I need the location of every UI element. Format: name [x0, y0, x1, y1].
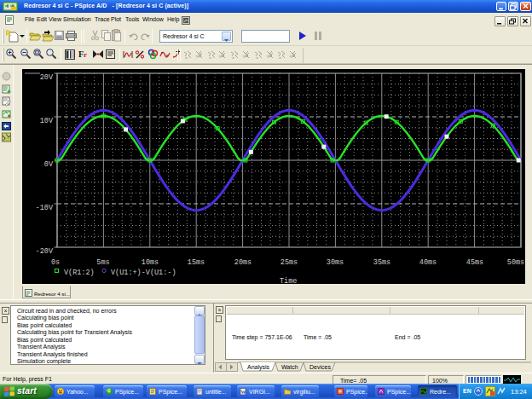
svg-text:25ms: 25ms — [280, 258, 298, 267]
svg-text:Time: Time — [280, 277, 297, 285]
svg-text:V(U1:+)-V(U1:-): V(U1:+)-V(U1:-) — [111, 269, 176, 277]
svg-text:50ms: 50ms — [507, 258, 524, 267]
svg-text:W: W — [241, 390, 246, 395]
svg-text:10V: 10V — [40, 117, 54, 125]
svg-text:15ms: 15ms — [188, 258, 205, 267]
svg-text:20V: 20V — [40, 73, 54, 82]
svg-text:V(R1:2): V(R1:2) — [64, 269, 95, 277]
svg-text:Watch: Watch — [281, 364, 298, 370]
svg-text:30ms: 30ms — [327, 258, 344, 267]
svg-text:5ms: 5ms — [96, 258, 109, 267]
svg-text:35ms: 35ms — [373, 258, 390, 267]
svg-text:0s: 0s — [51, 258, 60, 267]
svg-text:-10V: -10V — [36, 204, 54, 212]
svg-text:20ms: 20ms — [234, 258, 252, 267]
svg-text:10ms: 10ms — [142, 258, 159, 267]
svg-text:Analysis: Analysis — [247, 364, 270, 371]
svg-text:-20V: -20V — [36, 247, 54, 256]
svg-text:40ms: 40ms — [419, 258, 437, 267]
svg-text:45ms: 45ms — [466, 258, 483, 267]
svg-text:0V: 0V — [44, 160, 54, 169]
svg-text:Devices: Devices — [309, 364, 331, 370]
